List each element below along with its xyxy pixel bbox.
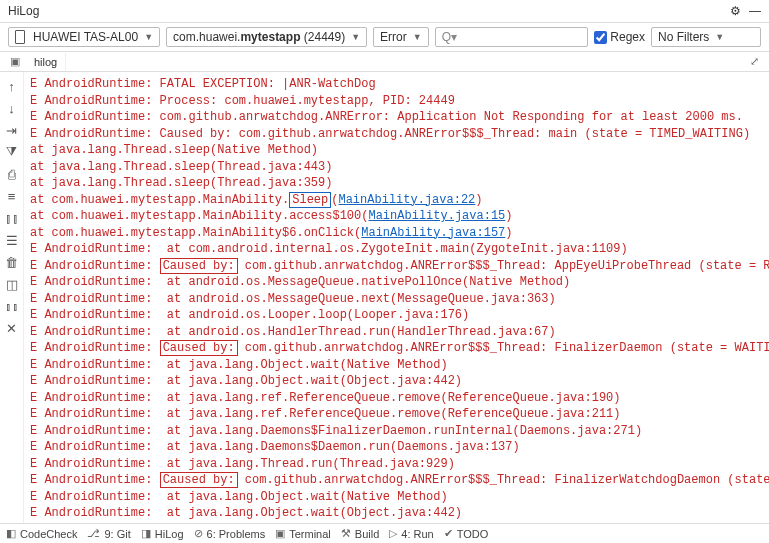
align-icon[interactable]: ☰ [4, 232, 20, 248]
funnel-icon[interactable]: ⧩ [4, 144, 20, 160]
toolwindow-6-problems[interactable]: ⊘6: Problems [194, 527, 266, 540]
log-line: E AndroidRuntime: at java.lang.Daemons$D… [30, 439, 765, 456]
log-line: E AndroidRuntime: FATAL EXCEPTION: |ANR-… [30, 76, 765, 93]
toolwindow-label: 4: Run [401, 528, 433, 540]
panel-title: HiLog [8, 4, 39, 18]
split-icon[interactable]: ⫿⫿ [4, 210, 20, 226]
level-dropdown[interactable]: Error ▼ [373, 27, 429, 47]
log-line: E AndroidRuntime: at java.lang.Object.wa… [30, 505, 765, 522]
log-line: E AndroidRuntime: at java.lang.Object.wa… [30, 373, 765, 390]
arrow-down-icon[interactable]: ↓ [4, 100, 20, 116]
log-line: E AndroidRuntime: Caused by: com.github.… [30, 340, 765, 357]
columns-icon[interactable]: ◫ [4, 276, 20, 292]
chevron-down-icon: ▼ [413, 32, 422, 42]
regex-toggle[interactable]: Regex [594, 30, 645, 44]
toolwindow-build[interactable]: ⚒Build [341, 527, 379, 540]
toolwindow-label: Terminal [289, 528, 331, 540]
toolwindow-icon: ✔ [444, 527, 453, 540]
toolwindow-label: Build [355, 528, 379, 540]
soft-wrap-icon[interactable]: ⇥ [4, 122, 20, 138]
log-sidebar: ↑ ↓ ⇥ ⧩ ⎙ ≡ ⫿⫿ ☰ 🗑 ◫ ⫾⫾ ✕ [0, 72, 24, 523]
toolwindow-label: HiLog [155, 528, 184, 540]
log-output[interactable]: E AndroidRuntime: FATAL EXCEPTION: |ANR-… [24, 72, 769, 523]
log-line: E AndroidRuntime: Caused by: com.github.… [30, 258, 765, 275]
back-icon[interactable]: ▣ [4, 52, 26, 71]
log-line: E AndroidRuntime: Caused by: com.github.… [30, 126, 765, 143]
toolwindow-terminal[interactable]: ▣Terminal [275, 527, 331, 540]
trash-icon[interactable]: 🗑 [4, 254, 20, 270]
toolwindow-label: 6: Problems [207, 528, 266, 540]
search-box[interactable]: Q▾ [435, 27, 589, 47]
log-line: E AndroidRuntime: Process: com.huawei.my… [30, 93, 765, 110]
titlebar: HiLog ⚙ — [0, 0, 769, 23]
regex-label: Regex [610, 30, 645, 44]
highlight-box: Sleep [289, 192, 331, 208]
toolwindow-icon: ◧ [6, 527, 16, 540]
caused-by-box: Caused by: [160, 340, 238, 356]
process-label: com.huawei.mytestapp (24449) [173, 30, 345, 44]
toolwindow-icon: ⚒ [341, 527, 351, 540]
toolwindow-icon: ⊘ [194, 527, 203, 540]
arrow-up-icon[interactable]: ↑ [4, 78, 20, 94]
log-line: at com.huawei.mytestapp.MainAbility.acce… [30, 208, 765, 225]
main-row: ↑ ↓ ⇥ ⧩ ⎙ ≡ ⫿⫿ ☰ 🗑 ◫ ⫾⫾ ✕ E AndroidRunti… [0, 72, 769, 523]
clear-stack-icon[interactable]: ≡ [4, 188, 20, 204]
log-line: E AndroidRuntime: at java.lang.ref.Refer… [30, 390, 765, 407]
toolwindow-icon: ◨ [141, 527, 151, 540]
gear-icon[interactable]: ⚙ [730, 4, 741, 18]
tab-hilog[interactable]: hilog [26, 53, 66, 71]
log-line: E AndroidRuntime: com.github.anrwatchdog… [30, 109, 765, 126]
minimize-icon[interactable]: — [749, 4, 761, 18]
process-dropdown[interactable]: com.huawei.mytestapp (24449) ▼ [166, 27, 367, 47]
toolwindow-4-run[interactable]: ▷4: Run [389, 527, 433, 540]
log-line: E AndroidRuntime: at android.os.Looper.l… [30, 307, 765, 324]
caused-by-box: Caused by: [160, 258, 238, 274]
filter-bar: HUAWEI TAS-AL00 ▼ com.huawei.mytestapp (… [0, 23, 769, 52]
filters-dropdown[interactable]: No Filters ▼ [651, 27, 761, 47]
log-line: E AndroidRuntime: at com.android.interna… [30, 241, 765, 258]
toolwindow-label: CodeCheck [20, 528, 77, 540]
print-icon[interactable]: ⎙ [4, 166, 20, 182]
device-dropdown[interactable]: HUAWEI TAS-AL00 ▼ [8, 27, 160, 47]
toolwindow-codecheck[interactable]: ◧CodeCheck [6, 527, 77, 540]
log-line: E AndroidRuntime: at java.lang.Object.wa… [30, 357, 765, 374]
log-line: at java.lang.Thread.sleep(Thread.java:44… [30, 159, 765, 176]
log-line: E AndroidRuntime: at java.lang.ref.Refer… [30, 406, 765, 423]
log-line: E AndroidRuntime: at java.lang.Daemons$F… [30, 423, 765, 440]
chevron-down-icon: ▼ [144, 32, 153, 42]
log-line: at com.huawei.mytestapp.MainAbility.Slee… [30, 192, 765, 209]
filters-label: No Filters [658, 30, 709, 44]
layout-icon[interactable]: ⫾⫾ [4, 298, 20, 314]
toolwindow-hilog[interactable]: ◨HiLog [141, 527, 184, 540]
search-icon: Q▾ [442, 30, 457, 44]
toolwindow-icon: ⎇ [87, 527, 100, 540]
tab-row: ▣ hilog ⤢ [0, 52, 769, 72]
bottom-toolwindow-bar: ◧CodeCheck⎇9: Git◨HiLog⊘6: Problems▣Term… [0, 523, 769, 543]
source-link[interactable]: MainAbility.java:22 [338, 193, 475, 207]
toolwindow-icon: ▣ [275, 527, 285, 540]
level-label: Error [380, 30, 407, 44]
log-line: at java.lang.Thread.sleep(Native Method) [30, 142, 765, 159]
close-icon[interactable]: ✕ [4, 320, 20, 336]
source-link[interactable]: MainAbility.java:15 [368, 209, 505, 223]
device-label: HUAWEI TAS-AL00 [33, 30, 138, 44]
regex-checkbox[interactable] [594, 31, 607, 44]
source-link[interactable]: MainAbility.java:157 [361, 226, 505, 240]
log-line: E AndroidRuntime: at java.lang.Object.wa… [30, 489, 765, 506]
chevron-down-icon: ▼ [715, 32, 724, 42]
restore-icon[interactable]: ⤢ [744, 52, 765, 71]
toolwindow-icon: ▷ [389, 527, 397, 540]
log-line: at com.huawei.mytestapp.MainAbility$6.on… [30, 225, 765, 242]
toolwindow-todo[interactable]: ✔TODO [444, 527, 489, 540]
caused-by-box: Caused by: [160, 472, 238, 488]
log-line: E AndroidRuntime: at android.os.HandlerT… [30, 324, 765, 341]
log-line: E AndroidRuntime: at java.lang.Thread.ru… [30, 456, 765, 473]
search-input[interactable] [461, 30, 581, 44]
toolwindow-label: 9: Git [104, 528, 130, 540]
log-line: E AndroidRuntime: Caused by: com.github.… [30, 472, 765, 489]
toolwindow-label: TODO [457, 528, 489, 540]
log-line: E AndroidRuntime: at android.os.MessageQ… [30, 274, 765, 291]
log-line: E AndroidRuntime: at android.os.MessageQ… [30, 291, 765, 308]
toolwindow-9-git[interactable]: ⎇9: Git [87, 527, 130, 540]
log-line: at java.lang.Thread.sleep(Thread.java:35… [30, 175, 765, 192]
